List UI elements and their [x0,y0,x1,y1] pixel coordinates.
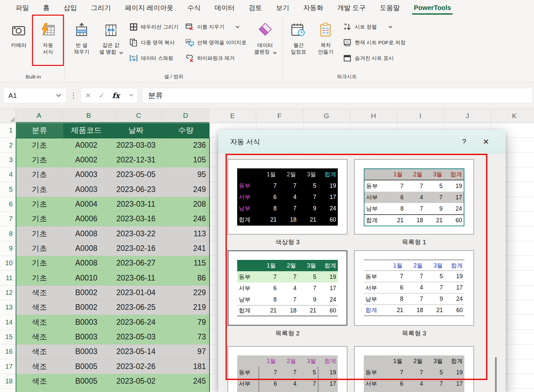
cell[interactable]: 기초 [16,256,63,271]
row-header[interactable]: 5 [0,182,16,197]
row-header[interactable]: 7 [0,212,16,226]
dialog-scrollbar-thumb[interactable] [495,357,497,392]
ribbon-tab[interactable]: 보기 [269,0,296,15]
data-swap-button[interactable]: 데이터 스와핑 [129,53,179,64]
formula-bar-handle[interactable]: ⋮ [70,92,77,99]
fill-blank-cells-button[interactable]: 빈 셀채우기 [67,16,96,68]
draw-borders-button[interactable]: 테두리선 그리기 [129,21,179,33]
row-header[interactable]: 9 [0,241,16,256]
row-header[interactable]: 1 [0,123,16,138]
cell[interactable]: 2023-03-11 [110,197,163,212]
ribbon-tab[interactable]: 파일 [9,0,36,15]
cell[interactable]: 색조 [16,374,63,389]
cell[interactable]: 제품코드 [63,123,110,138]
column-header[interactable]: H [350,108,397,123]
column-header[interactable]: G [303,108,350,123]
cell[interactable]: B0002 [63,300,110,315]
cell[interactable]: 기초 [16,241,63,256]
tile-list-2[interactable]: 1월2월3월합계 동부77519서부64717남부87924합계21182160 [228,250,347,326]
formula-input[interactable]: 분류 [142,88,533,103]
sort-sheets-button[interactable]: 시트 정렬 [343,21,405,33]
dialog-close-button[interactable]: ✕ [479,137,493,146]
tile-list-3[interactable]: 1월2월3월합계 동부77519서부64717남부87924합계21182160 [354,250,474,326]
cell[interactable]: A0006 [63,212,110,226]
select-all-corner[interactable] [0,108,16,123]
column-header[interactable]: E [209,108,256,123]
cell[interactable]: 2023-05-05 [110,167,163,182]
cell[interactable]: 246 [163,212,210,226]
cell[interactable]: 2023-05-02 [110,374,163,389]
cell[interactable] [63,389,110,392]
tile-partial-left[interactable]: 1월2월3월합계 동부77519서부64717남부87924합계21182160 [228,346,347,392]
cell[interactable]: 86 [163,271,210,285]
dialog-help-button[interactable]: ? [457,137,471,146]
cancel-icon[interactable]: ✕ [85,92,91,99]
cell[interactable]: 79 [163,315,210,329]
cell[interactable]: 2023-01-04 [110,286,163,300]
camera-button[interactable]: 카메라 [4,16,33,68]
cell[interactable]: 색조 [16,286,63,300]
ribbon-tab[interactable]: 페이지 레이아웃 [118,0,181,15]
cell[interactable]: 2023-03-22 [110,226,163,241]
ribbon-tab[interactable]: 도움말 [373,0,407,15]
cell[interactable]: A0008 [63,241,110,256]
cell[interactable]: B0005 [63,359,110,374]
row-header[interactable]: 13 [0,300,16,315]
cell[interactable]: 2023-06-23 [110,182,163,197]
save-sheet-pdf-button[interactable]: 현재 시트 PDF로 저장 [343,37,405,48]
cell[interactable]: A0003 [63,182,110,197]
cell[interactable]: 105 [163,153,210,167]
cell[interactable]: 181 [163,359,210,374]
cell[interactable]: 2023-06-27 [110,256,163,271]
column-header[interactable]: C [115,108,162,123]
monthly-calendar-button[interactable]: 월간일정표 [285,16,312,68]
multi-area-copy-button[interactable]: 다중 영역 복사 [129,37,179,48]
cell[interactable]: 115 [163,256,210,271]
cell[interactable]: B0005 [63,374,110,389]
cell[interactable]: B0003 [63,344,110,359]
ribbon-tab[interactable]: PowerTools [407,0,458,15]
cell[interactable]: 2023-03-16 [110,212,163,226]
ribbon-tab[interactable]: 수식 [181,0,208,15]
row-header[interactable]: 2 [0,138,16,152]
cell[interactable]: 기초 [16,226,63,241]
ribbon-tab[interactable]: 검토 [242,0,269,15]
cell[interactable]: 245 [163,374,210,389]
chevron-down-icon[interactable] [129,93,133,96]
cell[interactable]: 기초 [16,182,63,197]
clear-names-button[interactable]: 이름 지우기 [185,21,247,33]
cell[interactable]: 73 [163,330,210,344]
selection-to-image-button[interactable]: 선택 영역을 이미지로 [185,37,247,48]
row-header[interactable]: 10 [0,256,16,271]
cell[interactable]: A0004 [63,197,110,212]
column-header[interactable]: D [162,108,209,123]
cell[interactable]: 2023-06-24 [110,315,163,329]
cell[interactable]: A0003 [63,167,110,182]
cell[interactable]: 236 [163,138,210,152]
cell[interactable]: 기초 [16,167,63,182]
chevron-down-icon[interactable] [56,92,61,97]
cell[interactable]: A0002 [63,153,110,167]
cell[interactable]: 2022-12-31 [110,153,163,167]
remove-hyperlinks-button[interactable]: 하이퍼링크 제거 [185,53,247,64]
cell[interactable]: 249 [163,182,210,197]
cell[interactable]: 기초 [16,271,63,285]
row-header[interactable]: 16 [0,344,16,359]
tile-colored-3[interactable]: 1월2월3월합계 동부77519서부64717남부87924합계21182160 [228,159,347,235]
cell[interactable]: 2023-06-11 [110,271,163,285]
create-toc-button[interactable]: 목차만들기 [312,16,339,68]
row-header[interactable]: 17 [0,359,16,374]
cell[interactable]: B0002 [63,286,110,300]
column-header[interactable]: J [444,108,491,123]
row-header[interactable]: 18 [0,374,16,389]
cell[interactable]: 기초 [16,138,63,152]
name-box[interactable]: A1 [3,88,67,103]
cell[interactable]: 날짜 [110,123,163,138]
cell[interactable]: 기초 [16,153,63,167]
row-header[interactable] [0,389,16,392]
merge-same-value-cells-button[interactable]: 같은 값셀 병합 [96,16,126,68]
row-header[interactable]: 4 [0,167,16,182]
row-header[interactable]: 8 [0,226,16,241]
column-header[interactable]: I [397,108,444,123]
row-header[interactable]: 12 [0,286,16,300]
